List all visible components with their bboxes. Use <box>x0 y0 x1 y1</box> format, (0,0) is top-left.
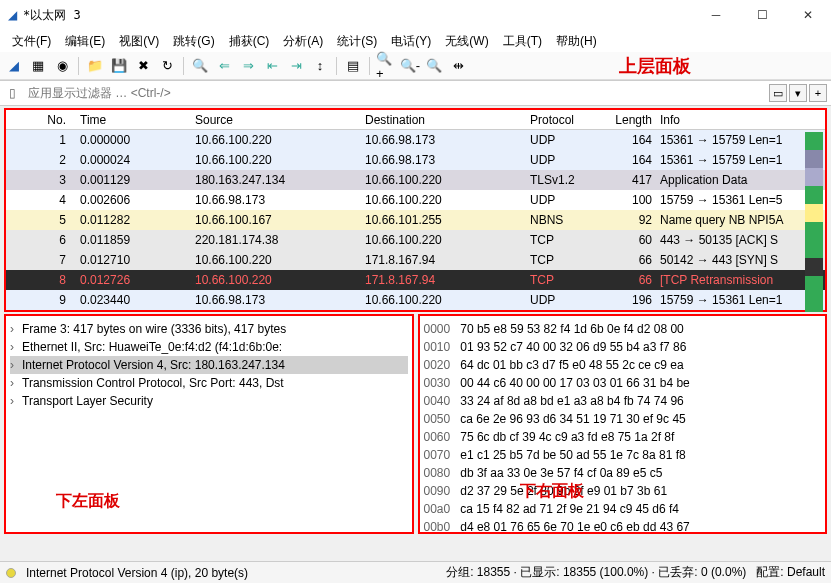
col-time[interactable]: Time <box>76 111 191 129</box>
table-row[interactable]: 10.00000010.66.100.22010.66.98.173UDP164… <box>6 130 825 150</box>
hex-row[interactable]: 0050ca 6e 2e 96 93 d6 34 51 19 71 30 ef … <box>424 410 822 428</box>
zoom-reset-icon[interactable]: 🔍 <box>424 56 444 76</box>
tree-item[interactable]: ›Transmission Control Protocol, Src Port… <box>10 374 408 392</box>
prev-icon[interactable]: ⇐ <box>214 56 234 76</box>
menu-tools[interactable]: 工具(T) <box>497 31 548 52</box>
packet-details-pane[interactable]: ›Frame 3: 417 bytes on wire (3336 bits),… <box>4 314 414 534</box>
col-source[interactable]: Source <box>191 111 361 129</box>
table-row[interactable]: 30.001129180.163.247.13410.66.100.220TLS… <box>6 170 825 190</box>
expand-icon[interactable]: › <box>10 322 22 336</box>
col-no[interactable]: No. <box>6 111 76 129</box>
jump-last-icon[interactable]: ⇥ <box>286 56 306 76</box>
status-profile[interactable]: 配置: Default <box>756 564 825 581</box>
status-field: Internet Protocol Version 4 (ip), 20 byt… <box>26 566 248 580</box>
hex-row[interactable]: 001001 93 52 c7 40 00 32 06 d9 55 b4 a3 … <box>424 338 822 356</box>
hex-row[interactable]: 002064 dc 01 bb c3 d7 f5 e0 48 55 2c ce … <box>424 356 822 374</box>
hex-row[interactable]: 000070 b5 e8 59 53 82 f4 1d 6b 0e f4 d2 … <box>424 320 822 338</box>
table-row[interactable]: 80.01272610.66.100.220171.8.167.94TCP66[… <box>6 270 825 290</box>
packet-bytes-pane[interactable]: 000070 b5 e8 59 53 82 f4 1d 6b 0e f4 d2 … <box>418 314 828 534</box>
maximize-button[interactable]: ☐ <box>739 0 785 30</box>
expert-info-icon[interactable] <box>6 568 16 578</box>
hex-row[interactable]: 003000 44 c6 40 00 00 17 03 03 01 66 31 … <box>424 374 822 392</box>
close-button[interactable]: ✕ <box>785 0 831 30</box>
minimize-button[interactable]: ─ <box>693 0 739 30</box>
table-row[interactable]: 40.00260610.66.98.17310.66.100.220UDP100… <box>6 190 825 210</box>
hex-row[interactable]: 00a0ca 15 f4 82 ad 71 2f 9e 21 94 c9 45 … <box>424 500 822 518</box>
annotation-top: 上层面板 <box>619 54 691 78</box>
hex-row[interactable]: 0080db 3f aa 33 0e 3e 57 f4 cf 0a 89 e5 … <box>424 464 822 482</box>
tree-item[interactable]: ›Ethernet II, Src: HuaweiTe_0e:f4:d2 (f4… <box>10 338 408 356</box>
menu-help[interactable]: 帮助(H) <box>550 31 603 52</box>
menu-analyze[interactable]: 分析(A) <box>277 31 329 52</box>
expand-icon[interactable]: › <box>10 358 22 372</box>
close-file-icon[interactable]: ✖ <box>133 56 153 76</box>
save-icon[interactable]: 💾 <box>109 56 129 76</box>
auto-scroll-icon[interactable]: ↕ <box>310 56 330 76</box>
window-title: *以太网 3 <box>23 7 81 24</box>
hex-row[interactable]: 00b0d4 e8 01 76 65 6e 70 1e e0 c6 eb dd … <box>424 518 822 534</box>
filter-add-button[interactable]: + <box>809 84 827 102</box>
hex-row[interactable]: 004033 24 af 8d a8 bd e1 a3 a8 b4 fb 74 … <box>424 392 822 410</box>
jump-first-icon[interactable]: ⇤ <box>262 56 282 76</box>
menu-telephony[interactable]: 电话(Y) <box>385 31 437 52</box>
capture-options-icon[interactable]: ◉ <box>52 56 72 76</box>
annotation-bl: 下左面板 <box>56 491 120 512</box>
app-icon: ◢ <box>8 8 17 22</box>
filter-expression-button[interactable]: ▭ <box>769 84 787 102</box>
menu-wireless[interactable]: 无线(W) <box>439 31 494 52</box>
zoom-out-icon[interactable]: 🔍- <box>400 56 420 76</box>
hex-row[interactable]: 006075 6c db cf 39 4c c9 a3 fd e8 75 1a … <box>424 428 822 446</box>
table-row[interactable]: 20.00002410.66.100.22010.66.98.173UDP164… <box>6 150 825 170</box>
menu-edit[interactable]: 编辑(E) <box>59 31 111 52</box>
tree-item[interactable]: ›Transport Layer Security <box>10 392 408 410</box>
col-protocol[interactable]: Protocol <box>526 111 601 129</box>
hex-row[interactable]: 0070e1 c1 25 b5 7d be 50 ad 55 1e 7c 8a … <box>424 446 822 464</box>
col-info[interactable]: Info <box>656 111 825 129</box>
expand-icon[interactable]: › <box>10 340 22 354</box>
bookmark-icon[interactable]: ▯ <box>0 86 24 100</box>
tree-item[interactable]: ›Frame 3: 417 bytes on wire (3336 bits),… <box>10 320 408 338</box>
find-icon[interactable]: 🔍 <box>190 56 210 76</box>
menu-go[interactable]: 跳转(G) <box>167 31 220 52</box>
hex-row[interactable]: 0090d2 37 29 5e 2f 80 9b 2f e9 01 b7 3b … <box>424 482 822 500</box>
display-filter-input[interactable] <box>24 84 765 102</box>
filter-history-button[interactable]: ▾ <box>789 84 807 102</box>
menu-file[interactable]: 文件(F) <box>6 31 57 52</box>
packet-minimap[interactable] <box>805 132 823 312</box>
start-capture-icon[interactable]: ◢ <box>4 56 24 76</box>
next-icon[interactable]: ⇒ <box>238 56 258 76</box>
table-row[interactable]: 90.02344010.66.98.17310.66.100.220UDP196… <box>6 290 825 310</box>
expand-icon[interactable]: › <box>10 394 22 408</box>
resize-cols-icon[interactable]: ⇹ <box>448 56 468 76</box>
packet-list-pane[interactable]: No. Time Source Destination Protocol Len… <box>4 108 827 312</box>
col-destination[interactable]: Destination <box>361 111 526 129</box>
col-length[interactable]: Length <box>601 111 656 129</box>
colorize-icon[interactable]: ▤ <box>343 56 363 76</box>
table-row[interactable]: 50.01128210.66.100.16710.66.101.255NBNS9… <box>6 210 825 230</box>
table-row[interactable]: 60.011859220.181.174.3810.66.100.220TCP6… <box>6 230 825 250</box>
open-icon[interactable]: 📁 <box>85 56 105 76</box>
annotation-br: 下右面板 <box>520 481 584 502</box>
menu-view[interactable]: 视图(V) <box>113 31 165 52</box>
tree-item[interactable]: ›Internet Protocol Version 4, Src: 180.1… <box>10 356 408 374</box>
table-row[interactable]: 70.01271010.66.100.220171.8.167.94TCP665… <box>6 250 825 270</box>
interfaces-icon[interactable]: ▦ <box>28 56 48 76</box>
menu-capture[interactable]: 捕获(C) <box>223 31 276 52</box>
reload-icon[interactable]: ↻ <box>157 56 177 76</box>
status-packets: 分组: 18355 · 已显示: 18355 (100.0%) · 已丢弃: 0… <box>446 564 746 581</box>
menu-stats[interactable]: 统计(S) <box>331 31 383 52</box>
zoom-in-icon[interactable]: 🔍+ <box>376 56 396 76</box>
expand-icon[interactable]: › <box>10 376 22 390</box>
